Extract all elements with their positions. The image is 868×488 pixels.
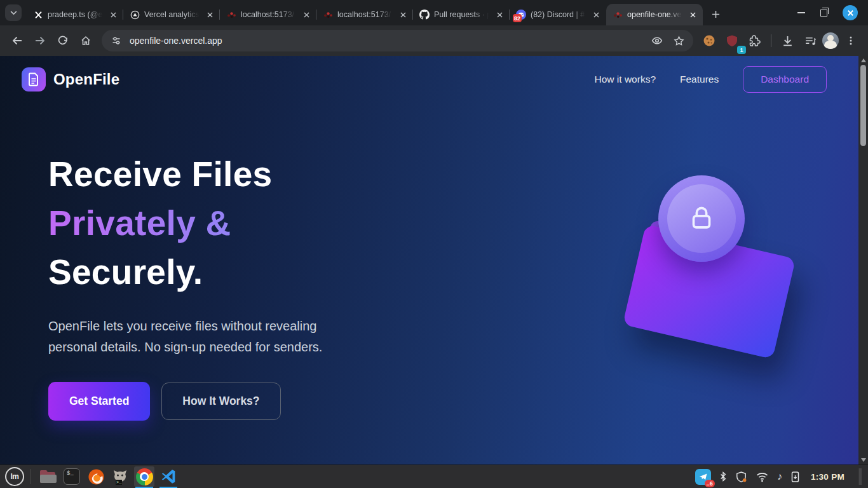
tab-vercel[interactable]: Vercel analytics bbox=[123, 4, 220, 25]
how-it-works-button[interactable]: How It Works? bbox=[161, 383, 280, 420]
hero-line-1: Receive Files bbox=[48, 150, 410, 199]
window-controls bbox=[797, 5, 864, 25]
profile-avatar[interactable] bbox=[822, 32, 839, 49]
webpage: OpenFile How it works? Features Dashboar… bbox=[0, 56, 868, 464]
app-dots-icon bbox=[613, 10, 623, 20]
tab-close-icon[interactable] bbox=[398, 10, 408, 20]
tab-close-icon[interactable] bbox=[494, 10, 505, 20]
get-started-button[interactable]: Get Started bbox=[48, 382, 150, 421]
home-button[interactable] bbox=[75, 30, 97, 51]
wifi-tray-icon[interactable] bbox=[756, 471, 769, 482]
tab-openfile-active[interactable]: openfile-one.ve bbox=[606, 4, 703, 25]
reload-button[interactable] bbox=[52, 30, 74, 51]
file-manager-launcher[interactable] bbox=[37, 466, 58, 487]
vercel-icon bbox=[130, 10, 140, 20]
new-tab-button[interactable] bbox=[707, 5, 724, 23]
nav-how-it-works[interactable]: How it works? bbox=[595, 74, 656, 85]
taskbar-divider bbox=[31, 469, 31, 484]
tab-localhost-2[interactable]: localhost:5173/ bbox=[316, 4, 413, 25]
folder-illustration bbox=[623, 169, 820, 385]
vscode-launcher[interactable] bbox=[158, 466, 179, 487]
hero-section: Receive Files Privately & Securely. Open… bbox=[48, 150, 410, 421]
battery-tray-icon[interactable] bbox=[790, 471, 800, 483]
hero-line-3: Securely. bbox=[48, 248, 410, 297]
plus-icon bbox=[712, 10, 720, 18]
chrome-launcher-active[interactable] bbox=[134, 466, 154, 487]
address-bar[interactable]: openfile-one.vercel.app bbox=[102, 30, 693, 51]
tab-title: localhost:5173/ bbox=[241, 10, 297, 19]
browser-window: pradeep.ts (@ex Vercel analytics bbox=[0, 0, 868, 464]
cookie-extension-icon[interactable] bbox=[698, 30, 720, 51]
discord-icon: 82 bbox=[516, 10, 526, 20]
tab-close-icon[interactable] bbox=[205, 10, 215, 20]
security-shield-tray-icon[interactable] bbox=[735, 471, 747, 483]
terminal-icon: $_ bbox=[64, 468, 80, 485]
discord-badge: 82 bbox=[513, 14, 522, 22]
firefox-icon bbox=[88, 468, 105, 485]
tab-discord[interactable]: 82 (82) Discord | # bbox=[510, 4, 606, 25]
clock[interactable]: 1:30 PM bbox=[811, 472, 844, 482]
scroll-down-arrow[interactable] bbox=[861, 458, 866, 462]
taskbar: lm $_ >_ bbox=[0, 464, 868, 488]
app-dots-icon bbox=[226, 10, 236, 20]
lock-badge-circle bbox=[658, 175, 745, 262]
tab-localhost-1[interactable]: localhost:5173/ bbox=[220, 4, 316, 25]
bluetooth-tray-icon[interactable] bbox=[719, 471, 727, 482]
nav-features[interactable]: Features bbox=[680, 74, 719, 85]
telegram-tray-icon[interactable]: ..6 bbox=[695, 469, 711, 485]
system-tray: ..6 ♪ 1:30 PM bbox=[695, 468, 865, 485]
tab-pradeep[interactable]: pradeep.ts (@ex bbox=[27, 4, 123, 25]
telegram-badge: ..6 bbox=[705, 480, 715, 487]
hero-heading: Receive Files Privately & Securely. bbox=[48, 150, 410, 297]
restore-button[interactable] bbox=[820, 10, 827, 17]
terminal-launcher[interactable]: $_ bbox=[62, 466, 82, 487]
github-icon bbox=[419, 10, 430, 20]
kitty-terminal-launcher[interactable]: >_ bbox=[110, 466, 130, 487]
site-nav: How it works? Features Dashboard bbox=[595, 66, 827, 93]
url-text[interactable]: openfile-one.vercel.app bbox=[130, 36, 644, 46]
privacy-shield-extension-icon[interactable]: 1 bbox=[721, 30, 743, 51]
tab-close-icon[interactable] bbox=[688, 10, 698, 20]
cta-row: Get Started How It Works? bbox=[48, 382, 410, 421]
tab-title: pradeep.ts (@ex bbox=[48, 10, 104, 19]
close-window-button[interactable] bbox=[843, 5, 858, 20]
browser-menu-icon[interactable] bbox=[840, 30, 862, 51]
site-settings-icon[interactable] bbox=[108, 32, 125, 49]
scrollbar-thumb[interactable] bbox=[860, 65, 866, 146]
tab-search-button[interactable] bbox=[5, 4, 22, 21]
preview-eye-icon[interactable] bbox=[649, 32, 665, 49]
bookmark-star-icon[interactable] bbox=[670, 32, 687, 49]
toolbar-separator bbox=[771, 34, 771, 47]
scroll-up-arrow[interactable] bbox=[861, 58, 866, 62]
music-player-tray-icon[interactable]: ♪ bbox=[777, 471, 782, 482]
vscode-icon bbox=[160, 468, 177, 485]
dashboard-button[interactable]: Dashboard bbox=[743, 66, 827, 93]
brand[interactable]: OpenFile bbox=[22, 67, 119, 92]
hero-subtitle: OpenFile lets you receive files without … bbox=[48, 316, 347, 358]
extensions-puzzle-icon[interactable] bbox=[744, 30, 766, 51]
mint-menu-button[interactable]: lm bbox=[5, 467, 24, 486]
chrome-icon bbox=[136, 468, 153, 485]
page-scrollbar[interactable] bbox=[858, 56, 868, 464]
minimize-button[interactable] bbox=[797, 12, 805, 13]
show-desktop-button[interactable] bbox=[858, 468, 862, 485]
lock-icon bbox=[686, 203, 717, 234]
screen: pradeep.ts (@ex Vercel analytics bbox=[0, 0, 868, 488]
tab-close-icon[interactable] bbox=[301, 10, 311, 20]
x-logo-icon bbox=[33, 10, 43, 20]
firefox-launcher[interactable] bbox=[86, 466, 106, 487]
tab-close-icon[interactable] bbox=[108, 10, 118, 20]
downloads-icon[interactable] bbox=[776, 30, 798, 51]
shield-badge: 1 bbox=[737, 46, 746, 54]
site-header: OpenFile How it works? Features Dashboar… bbox=[0, 56, 858, 103]
tab-github[interactable]: Pull requests · p bbox=[413, 4, 510, 25]
forward-button[interactable] bbox=[29, 30, 51, 51]
folder-icon bbox=[39, 469, 57, 484]
mint-logo-icon: lm bbox=[10, 472, 18, 481]
app-dots-icon bbox=[323, 10, 333, 20]
tab-close-icon[interactable] bbox=[591, 10, 601, 20]
media-playlist-icon[interactable] bbox=[799, 30, 821, 51]
hero-line-2: Privately & bbox=[48, 199, 410, 248]
back-button[interactable] bbox=[6, 30, 28, 51]
chevron-down-icon bbox=[10, 11, 17, 15]
